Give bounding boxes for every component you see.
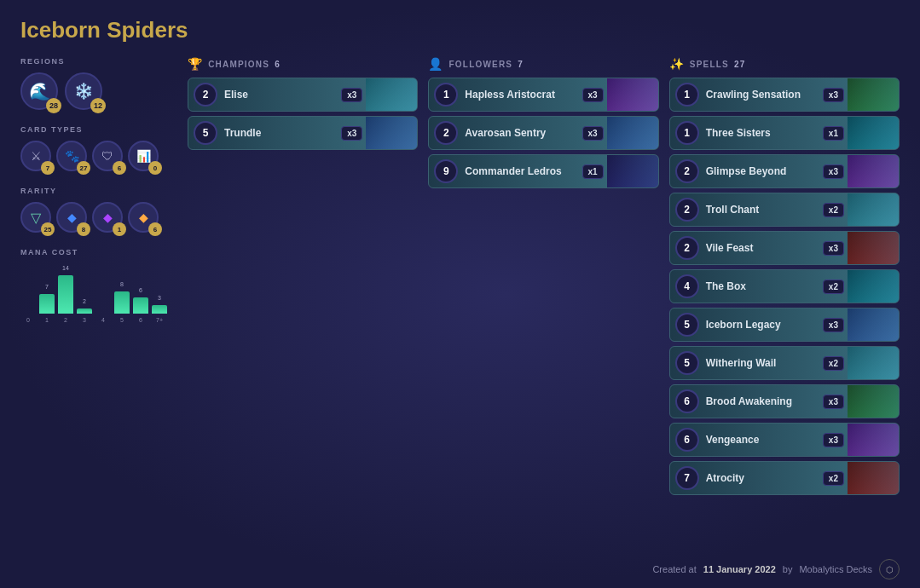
card-item[interactable]: 2Glimpse Beyondx3 <box>669 154 900 188</box>
card-name: Hapless Aristocrat <box>458 89 582 101</box>
rarity-count-0: 25 <box>41 222 55 236</box>
card-types-label: CARD TYPES <box>20 125 174 134</box>
card-art <box>848 461 899 495</box>
mana-bar <box>77 308 92 314</box>
card-count-badge: x2 <box>823 356 844 371</box>
card-cost: 2 <box>675 236 699 260</box>
type-count-2: 6 <box>113 161 126 175</box>
rarity-badge-1: ◆ 8 <box>56 202 87 233</box>
followers-icon: 👤 <box>428 57 443 71</box>
mana-bar-group: 23 <box>77 298 92 323</box>
card-item[interactable]: 2Avarosan Sentryx3 <box>428 116 658 150</box>
card-cost: 1 <box>434 83 458 107</box>
mana-bar <box>152 305 167 314</box>
mana-bar-group: 4 <box>95 303 111 323</box>
card-item[interactable]: 5Trundlex3 <box>188 116 418 150</box>
card-item[interactable]: 7Atrocityx2 <box>669 461 900 495</box>
card-art <box>848 78 899 112</box>
spells-icon: ✨ <box>669 57 685 71</box>
card-count-badge: x3 <box>823 433 844 447</box>
card-item[interactable]: 5Iceborn Legacyx3 <box>669 308 900 342</box>
rarity-label: RARITY <box>20 187 174 195</box>
card-item[interactable]: 2Elisex3 <box>188 78 418 112</box>
card-cost: 6 <box>675 389 699 413</box>
card-item[interactable]: 2Vile Feastx3 <box>669 231 900 265</box>
region-count-1: 12 <box>90 98 106 113</box>
type-count-1: 27 <box>77 161 90 175</box>
bar-value-label: 2 <box>83 298 86 307</box>
mana-bar-group: 0 <box>20 303 36 323</box>
card-item[interactable]: 6Vengeancex3 <box>669 423 900 457</box>
champions-icon: 🏆 <box>188 57 203 71</box>
rarity-badge-3: ◆ 6 <box>128 202 159 233</box>
card-art <box>848 346 899 380</box>
footer-logo-icon: ⬡ <box>879 559 900 579</box>
card-count-badge: x3 <box>823 395 844 409</box>
footer-date: 11 January 2022 <box>703 564 776 574</box>
followers-column: 👤 FOLLOWERS 7 1Hapless Aristocratx32Avar… <box>428 57 658 552</box>
champions-count: 6 <box>275 60 281 69</box>
card-art <box>848 269 899 303</box>
card-name: Avarosan Sentry <box>458 127 582 139</box>
type-count-3: 0 <box>148 161 162 175</box>
bar-cost-label: 1 <box>45 317 49 323</box>
card-name: Glimpse Beyond <box>699 165 823 177</box>
bar-cost-label: 4 <box>101 317 105 323</box>
region-icons: 🌊 28 ❄️ 12 <box>20 72 174 110</box>
region-badge-0: 🌊 28 <box>20 72 58 110</box>
card-cost: 5 <box>675 313 699 337</box>
card-item[interactable]: 1Hapless Aristocratx3 <box>428 78 658 112</box>
spells-header: ✨ SPELLS 27 <box>669 57 900 71</box>
card-name: Elise <box>217 89 341 101</box>
card-item[interactable]: 1Crawling Sensationx3 <box>669 78 900 112</box>
card-item[interactable]: 1Three Sistersx1 <box>669 116 900 150</box>
champions-list: 2Elisex35Trundlex3 <box>188 78 418 150</box>
bar-cost-label: 6 <box>139 317 142 323</box>
card-cost: 2 <box>194 83 217 107</box>
card-cost: 6 <box>675 428 699 452</box>
card-count-badge: x2 <box>823 203 844 217</box>
card-count-badge: x3 <box>823 164 844 179</box>
type-badge-2: 🛡 6 <box>92 141 123 171</box>
rarity-icons: ▽ 25 ◆ 8 ◆ 1 ◆ 6 <box>20 202 174 233</box>
card-art <box>848 154 899 188</box>
footer-created-text: Created at <box>652 564 696 574</box>
type-badge-1: 🐾 27 <box>56 141 87 171</box>
spells-label: SPELLS <box>690 60 729 69</box>
card-art <box>848 231 899 265</box>
card-cost: 9 <box>434 159 458 183</box>
card-name: Atrocity <box>699 472 823 484</box>
mana-chart: 071142234856637+ <box>20 263 174 323</box>
spells-list: 1Crawling Sensationx31Three Sistersx12Gl… <box>669 78 900 495</box>
card-art <box>848 193 899 227</box>
card-item[interactable]: 9Commander Ledrosx1 <box>428 154 658 188</box>
card-count-badge: x3 <box>823 88 844 102</box>
card-cost: 5 <box>194 121 217 145</box>
card-art <box>848 384 899 418</box>
card-art <box>848 116 899 150</box>
card-name: Trundle <box>217 127 341 139</box>
mana-bar <box>39 294 55 314</box>
card-name: The Box <box>699 280 823 292</box>
region-count-0: 28 <box>46 98 61 113</box>
card-item[interactable]: 5Withering Wailx2 <box>669 346 900 380</box>
card-count-badge: x3 <box>823 318 844 332</box>
rarity-section: RARITY ▽ 25 ◆ 8 ◆ 1 ◆ <box>20 187 174 233</box>
card-cost: 2 <box>434 121 458 145</box>
card-count-badge: x3 <box>823 241 844 256</box>
rarity-count-1: 8 <box>77 222 90 236</box>
card-count-badge: x2 <box>823 471 844 486</box>
champions-column: 🏆 CHAMPIONS 6 2Elisex35Trundlex3 <box>188 57 418 552</box>
card-item[interactable]: 2Troll Chantx2 <box>669 193 900 227</box>
bar-value-label: 7 <box>45 284 49 292</box>
card-art <box>607 78 658 112</box>
mana-bar-group: 71 <box>39 284 55 323</box>
left-panel: REGIONS 🌊 28 ❄️ 12 CARD TYPES <box>20 57 174 552</box>
card-item[interactable]: 6Brood Awakeningx3 <box>669 384 900 418</box>
champions-label: CHAMPIONS <box>208 60 269 69</box>
card-item[interactable]: 4The Boxx2 <box>669 269 900 303</box>
type-badge-0: ⚔ 7 <box>20 141 51 171</box>
card-count-badge: x3 <box>341 88 362 102</box>
card-name: Withering Wail <box>699 357 823 369</box>
spells-count: 27 <box>734 60 746 69</box>
